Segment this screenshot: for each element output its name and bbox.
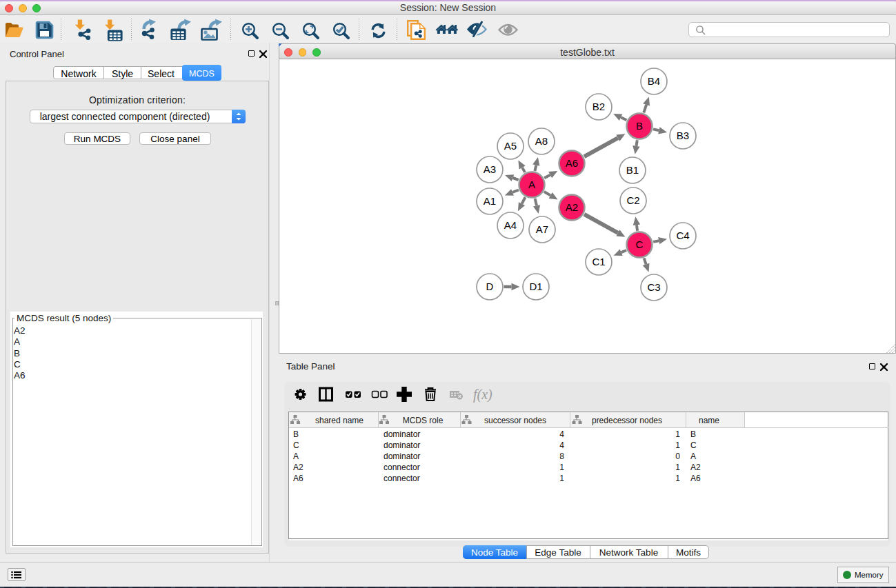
- svg-text:A6: A6: [566, 157, 578, 169]
- svg-text:B: B: [636, 120, 643, 132]
- svg-text:A: A: [528, 179, 535, 190]
- svg-text:A2: A2: [566, 201, 578, 213]
- svg-text:C: C: [636, 239, 644, 250]
- svg-text:C2: C2: [626, 194, 639, 206]
- svg-text:B4: B4: [648, 75, 660, 87]
- svg-text:C4: C4: [676, 230, 689, 241]
- svg-text:C3: C3: [647, 281, 660, 293]
- svg-text:B2: B2: [593, 101, 605, 112]
- svg-text:C1: C1: [592, 256, 605, 267]
- svg-text:A4: A4: [504, 219, 517, 231]
- svg-text:B3: B3: [677, 130, 689, 141]
- svg-text:B1: B1: [626, 164, 639, 176]
- svg-text:A1: A1: [484, 195, 496, 207]
- svg-text:D: D: [486, 281, 494, 292]
- svg-text:A5: A5: [504, 140, 517, 152]
- svg-text:D1: D1: [529, 281, 542, 292]
- svg-text:A3: A3: [484, 163, 496, 175]
- svg-text:A8: A8: [535, 135, 548, 147]
- svg-text:A7: A7: [536, 223, 548, 235]
- svg-text:f(x): f(x): [473, 387, 492, 403]
